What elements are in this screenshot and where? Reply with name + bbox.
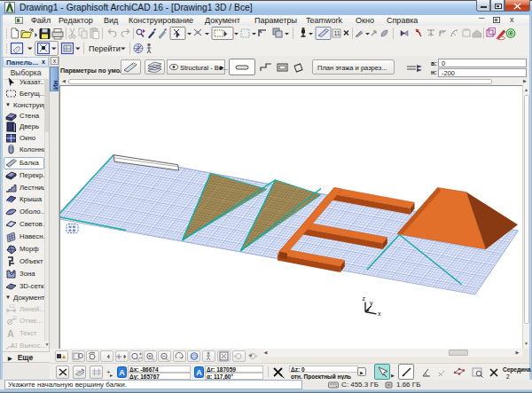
- svg-text:A: A: [7, 328, 14, 339]
- svg-text:1.2: 1.2: [9, 304, 15, 309]
- svg-text:A: A: [119, 368, 125, 377]
- svg-text:11: 11: [334, 30, 340, 36]
- svg-text:A: A: [196, 368, 202, 377]
- svg-text:Ин: Ин: [51, 80, 59, 90]
- svg-text:A1: A1: [11, 342, 17, 349]
- svg-text:z: z: [363, 295, 366, 302]
- svg-text:Перейти: Перейти: [89, 44, 121, 53]
- svg-text:y: y: [370, 300, 373, 307]
- svg-text:x: x: [378, 310, 381, 317]
- svg-text:12: 12: [12, 316, 17, 320]
